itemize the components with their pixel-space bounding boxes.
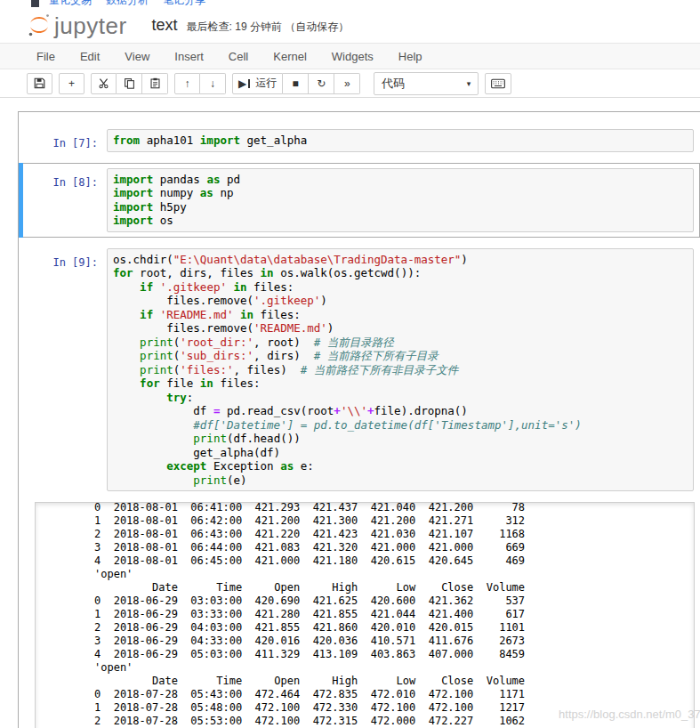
save-button[interactable] [27,73,52,94]
restart-run-all-button[interactable]: » [334,73,360,94]
code-token: file).dropna() [374,404,468,417]
code-token [113,418,193,432]
code-line: print('root_dir:', root) # 当前目录路径 [113,336,688,350]
cell-type-value: 代码 [382,76,405,92]
stop-button[interactable]: ■ [283,73,309,94]
menu-help[interactable]: Help [386,50,435,63]
notebook-header: jupyter text 最后检查: 19 分钟前 （自动保存） [0,7,700,43]
code-token: try [166,391,187,404]
input-prompt: In [7]: [20,129,107,152]
code-token: e: [294,459,314,473]
menu-widgets[interactable]: Widgets [319,50,386,63]
top-link[interactable]: 数据分析 [106,0,149,7]
code-cell[interactable]: In [7]:from apha101 import get_alpha [19,124,700,158]
code-token: root, dirs, files [133,266,261,279]
code-line: from apha101 import get_alpha [113,133,688,148]
code-cell[interactable]: In [9]:os.chdir("E:\Quant\data\database\… [19,243,700,497]
code-token [113,280,140,294]
code-token: print [193,473,227,487]
code-token: print [140,336,173,349]
code-line: files.remove('.gitkeep') [113,294,688,308]
toolbar: + ↑ ↓ ▶ [0,69,700,98]
code-token: print [140,349,173,362]
menu-insert[interactable]: Insert [162,50,216,63]
command-palette-button[interactable] [485,73,511,94]
code-token: for [113,266,133,279]
code-token: pandas [153,173,206,186]
output-scroll-area[interactable]: 0 2018-08-01 06:41:00 421.293 421.437 42… [35,502,695,728]
add-cell-button[interactable]: + [59,73,84,94]
code-token: 'root_dir:' [180,336,253,349]
copy-button[interactable] [117,73,142,94]
menu-cell[interactable]: Cell [216,50,261,63]
jupyter-logo-text: jupyter [54,14,127,37]
code-line: import numpy as np [113,186,688,200]
code-token [153,280,160,294]
move-cell-down-button[interactable]: ↓ [200,73,226,94]
run-icon-bar [248,79,250,88]
run-icon: ▶ [238,78,246,89]
jupyter-logo-icon [27,12,52,37]
code-token: files: [253,308,301,321]
code-token: ) [327,321,334,335]
code-token: files: [247,280,294,294]
code-token: if [140,280,153,294]
menu-kernel[interactable]: Kernel [261,50,319,63]
move-down-icon: ↓ [210,78,215,89]
run-button-label: 运行 [255,76,277,91]
code-token: in [261,266,274,279]
code-line: import os [113,214,688,228]
restart-kernel-button[interactable]: ↻ [309,73,334,94]
cell-type-dropdown[interactable]: 代码 ▾ [374,72,479,95]
code-token: print [140,363,173,376]
code-token: h5py [153,200,187,214]
cut-icon [98,77,109,89]
code-token: files: [213,376,261,390]
menu-view[interactable]: View [112,50,162,63]
code-line: print('sub_dirs:', dirs) # 当前路径下所有子目录 [113,349,688,363]
code-token [113,376,140,390]
code-token: # 当前路径下所有子目录 [314,349,439,362]
code-input-area[interactable]: from apha101 import get_alpha [107,129,694,152]
code-token [234,308,241,321]
code-token [113,349,140,362]
code-token: '.gitkeep' [253,294,320,307]
code-token: for [140,376,160,390]
checkpoint-status: 最后检查: 19 分钟前 （自动保存） [187,16,350,35]
code-token: ) [320,294,327,307]
code-token: files.remove( [113,294,253,307]
run-button[interactable]: ▶ 运行 [232,73,283,94]
code-cell-selected[interactable]: In [8]:import pandas as pdimport numpy a… [19,163,700,238]
code-token: os.chdir( [113,253,173,266]
code-line: import pandas as pd [113,173,688,187]
copy-icon [124,77,135,89]
move-cell-up-button[interactable]: ↑ [174,73,200,94]
code-input-area[interactable]: import pandas as pdimport numpy as npimp… [107,168,694,232]
stop-icon: ■ [293,78,299,89]
code-token: get_alpha(df) [113,446,280,459]
menu-edit[interactable]: Edit [68,50,112,63]
code-token: df [113,404,213,417]
code-token: + [367,404,374,417]
code-token: '.gitkeep' [160,280,227,294]
paste-button[interactable] [142,73,168,94]
top-link[interactable]: 量化交易 [49,0,92,7]
code-token [113,473,193,487]
code-input-area[interactable]: os.chdir("E:\Quant\data\database\Trading… [107,248,694,492]
jupyter-logo[interactable]: jupyter [27,12,127,37]
code-line: print(df.head()) [113,432,688,446]
notebook-title[interactable]: text [152,16,178,35]
code-token: 'sub_dirs:' [180,349,253,362]
dropdown-caret-icon: ▾ [467,79,471,88]
code-token: get_alpha [240,133,307,147]
top-link[interactable]: 笔记分享 [163,0,205,7]
code-token: pd [220,173,240,186]
code-line: os.chdir("E:\Quant\data\database\Trading… [113,253,688,267]
cut-button[interactable] [91,73,117,94]
code-token: print [193,432,227,445]
menu-file[interactable]: File [24,50,68,63]
code-token: import [113,214,153,227]
keyboard-icon [491,78,505,89]
code-token: import [200,133,240,147]
code-token: os.walk(os.getcwd()): [274,266,422,279]
